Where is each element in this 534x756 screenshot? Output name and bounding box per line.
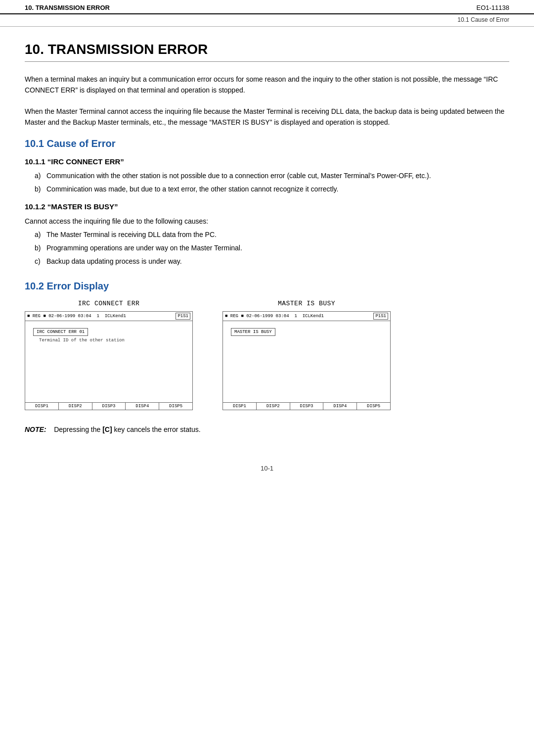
list-item: c) Backup data updating process is under… bbox=[25, 256, 509, 267]
terminal-top-bar-1: ■ REG ■ 02-06-1999 03:04 1 ICLKend1 P1S1 bbox=[25, 312, 192, 321]
list-item: b) Comminication was made, but due to a … bbox=[25, 184, 509, 194]
page-subheader: 10.1 Cause of Error bbox=[0, 15, 534, 27]
header-section-ref: 10.1 Cause of Error bbox=[457, 16, 509, 23]
list-text: Communication with the other station is … bbox=[46, 171, 509, 181]
intro-paragraph-2: When the Master Terminal cannot access t… bbox=[25, 106, 509, 128]
subsection-1-2-title: 10.1.2 “MASTER IS BUSY” bbox=[25, 202, 509, 211]
disp4-btn-1: DISP4 bbox=[126, 403, 159, 410]
terminal-error-message-2: MASTER IS BUSY bbox=[231, 328, 275, 336]
subsection-1-1-title: 10.1.1 “IRC CONNECT ERR” bbox=[25, 157, 509, 166]
error-displays-row: IRC CONNECT ERR ■ REG ■ 02-06-1999 03:04… bbox=[25, 300, 509, 410]
list-label: c) bbox=[35, 256, 46, 267]
note-spacer bbox=[48, 425, 52, 433]
terminal-body-2: MASTER IS BUSY bbox=[223, 321, 390, 395]
disp2-btn-2: DISP2 bbox=[257, 403, 290, 410]
disp1-btn-1: DISP1 bbox=[25, 403, 59, 410]
page-number: 10-1 bbox=[261, 465, 273, 472]
terminal-annotation-1: Terminal ID of the other station bbox=[39, 338, 188, 343]
terminal-badge-1: P1S1 bbox=[176, 313, 190, 320]
note-section: NOTE: Depressing the [C] key cancels the… bbox=[25, 424, 509, 435]
list-label: b) bbox=[35, 243, 46, 253]
terminal-top-text-2: ■ REG ■ 02-06-1999 03:04 1 ICLKend1 bbox=[225, 314, 324, 319]
master-busy-display-block: MASTER IS BUSY ■ REG ■ 02-06-1999 03:04 … bbox=[222, 300, 391, 410]
disp5-btn-2: DISP5 bbox=[357, 403, 390, 410]
master-busy-terminal: ■ REG ■ 02-06-1999 03:04 1 ICLKend1 P1S1… bbox=[222, 311, 391, 410]
list-text: The Master Terminal is receiving DLL dat… bbox=[46, 230, 509, 240]
list-text: Backup data updating process is under wa… bbox=[46, 256, 509, 267]
list-text: Programming operations are under way on … bbox=[46, 243, 509, 253]
terminal-error-message-1: IRC CONNECT ERR 01 bbox=[33, 328, 88, 336]
header-doc-number: EO1-11138 bbox=[477, 4, 510, 11]
irc-connect-terminal: ■ REG ■ 02-06-1999 03:04 1 ICLKend1 P1S1… bbox=[25, 311, 193, 410]
terminal-bottom-bar-2: DISP1 DISP2 DISP3 DISP4 DISP5 bbox=[223, 402, 390, 410]
page-content: 10. TRANSMISSION ERROR When a terminal m… bbox=[0, 27, 534, 497]
terminal-top-left-2: ■ REG ■ 02-06-1999 03:04 1 ICLKend1 bbox=[225, 314, 324, 319]
irc-connect-label: IRC CONNECT ERR bbox=[78, 300, 140, 307]
disp2-btn-1: DISP2 bbox=[59, 403, 92, 410]
list-label: a) bbox=[35, 171, 46, 181]
page-footer: 10-1 bbox=[25, 465, 509, 472]
terminal-body-1: IRC CONNECT ERR 01 Terminal ID of the ot… bbox=[25, 321, 192, 395]
list-item: a) Communication with the other station … bbox=[25, 171, 509, 181]
section-1-title: 10.1 Cause of Error bbox=[25, 138, 509, 149]
disp4-btn-2: DISP4 bbox=[323, 403, 357, 410]
section-2: 10.2 Error Display IRC CONNECT ERR ■ REG… bbox=[25, 281, 509, 410]
terminal-badge-2: P1S1 bbox=[373, 313, 388, 320]
page-title: 10. TRANSMISSION ERROR bbox=[25, 42, 509, 62]
list-item: b) Programming operations are under way … bbox=[25, 243, 509, 253]
page-header: 10. TRANSMISSION ERROR EO1-11138 bbox=[0, 0, 534, 14]
terminal-top-text-1: ■ REG ■ 02-06-1999 03:04 1 ICLKend1 bbox=[27, 314, 126, 319]
master-busy-label: MASTER IS BUSY bbox=[278, 300, 335, 307]
disp5-btn-1: DISP5 bbox=[159, 403, 192, 410]
intro-paragraph-1: When a terminal makes an inquiry but a c… bbox=[25, 74, 509, 96]
irc-connect-display-block: IRC CONNECT ERR ■ REG ■ 02-06-1999 03:04… bbox=[25, 300, 193, 410]
list-item: a) The Master Terminal is receiving DLL … bbox=[25, 230, 509, 240]
terminal-top-bar-2: ■ REG ■ 02-06-1999 03:04 1 ICLKend1 P1S1 bbox=[223, 312, 390, 321]
header-chapter-title: 10. TRANSMISSION ERROR bbox=[25, 4, 110, 11]
list-text: Comminication was made, but due to a tex… bbox=[46, 184, 509, 194]
section-2-title: 10.2 Error Display bbox=[25, 281, 509, 292]
note-label: NOTE: bbox=[25, 425, 46, 433]
note-text: Depressing the [C] key cancels the error… bbox=[54, 425, 200, 433]
disp1-btn-2: DISP1 bbox=[223, 403, 257, 410]
terminal-bottom-bar-1: DISP1 DISP2 DISP3 DISP4 DISP5 bbox=[25, 402, 192, 410]
list-label: a) bbox=[35, 230, 46, 240]
disp3-btn-2: DISP3 bbox=[290, 403, 324, 410]
disp3-btn-1: DISP3 bbox=[92, 403, 126, 410]
list-label: b) bbox=[35, 184, 46, 194]
subsection-1-2-intro: Cannot access the inquiring file due to … bbox=[25, 216, 509, 227]
terminal-top-left-1: ■ REG ■ 02-06-1999 03:04 1 ICLKend1 bbox=[27, 314, 126, 319]
